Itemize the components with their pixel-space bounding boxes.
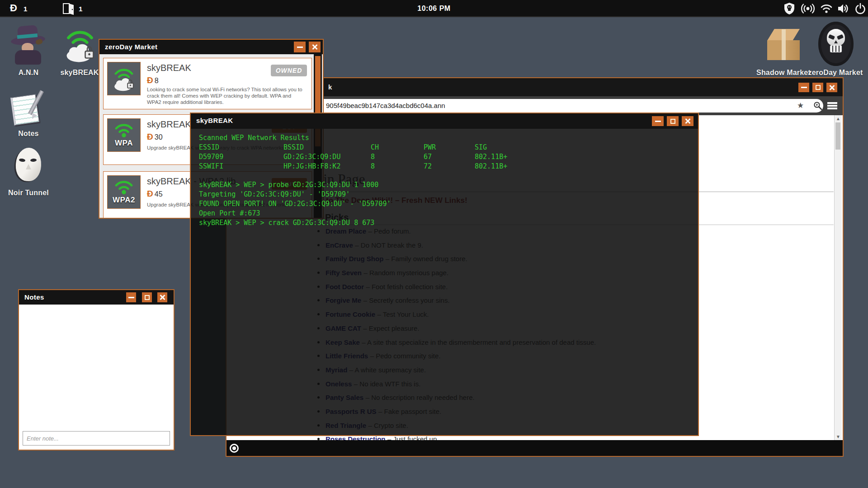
- mask-nose: [26, 164, 31, 169]
- desktop-label-noir-tunnel[interactable]: Noir Tunnel: [0, 189, 58, 197]
- scroll-up-arrow[interactable]: ▲: [835, 116, 842, 121]
- door-count: 1: [79, 5, 82, 13]
- terminal-titlebar[interactable]: skyBREAK: [191, 113, 698, 129]
- wpa2-item-icon: WPA2: [107, 175, 141, 209]
- desktop-label-zeroday-market[interactable]: zeroDay Market: [806, 69, 865, 77]
- doscoin-balance: 1: [24, 5, 27, 13]
- item-price: Đ8: [147, 75, 159, 85]
- market-close-button[interactable]: [309, 42, 321, 52]
- item-description: Looking to crack some local Wi-Fi networ…: [147, 86, 305, 105]
- network-essid: D59709: [199, 153, 223, 161]
- terminal-close-button[interactable]: [682, 116, 693, 126]
- network-bssid: GD:2G:3C:Q9:DU: [283, 153, 340, 161]
- market-item-skybreak: skyBREAK Đ8 Looking to crack some local …: [103, 58, 312, 109]
- skybreak-cloud-wifi-lock-icon: [61, 26, 99, 63]
- terminal-maximize-button[interactable]: [667, 116, 679, 126]
- market-titlebar[interactable]: zeroDay Market: [99, 40, 323, 54]
- shield-skull-icon[interactable]: [783, 2, 795, 17]
- doscoin-icon: Đ: [10, 2, 17, 14]
- desktop-icon-ann[interactable]: [9, 24, 47, 67]
- terminal-output: Scanned WEP Network Results ESSID BSSID …: [191, 129, 698, 435]
- notes-window-title: Notes: [24, 293, 44, 301]
- network-bssid: HP:JG:HB:F8:K2: [283, 162, 340, 170]
- browser-title: k: [328, 83, 332, 91]
- owned-badge: OWNED: [271, 65, 307, 76]
- system-top-bar: Đ 1 1 10:06 PM: [0, 0, 868, 17]
- desktop-icon-shadow-market[interactable]: [764, 27, 803, 62]
- wpa2-icon-label: WPA2: [113, 196, 135, 205]
- desktop-label-notes[interactable]: Notes: [0, 130, 58, 138]
- search-icon[interactable]: [813, 101, 822, 113]
- url-text: 905f49beac9b147ca3d4acbd6c04a.ann: [326, 102, 445, 109]
- volume-icon[interactable]: [837, 3, 850, 16]
- market-window-title: zeroDay Market: [105, 43, 157, 51]
- bookmark-star-icon[interactable]: ★: [797, 101, 804, 110]
- notes-window: Notes: [18, 289, 175, 450]
- wifi-icon[interactable]: [820, 3, 833, 16]
- browser-maximize-button[interactable]: [812, 83, 823, 92]
- wpa-item-icon: WPA: [107, 118, 141, 152]
- wpa-icon-label: WPA: [115, 139, 133, 148]
- terminal-window: skyBREAK Scanned WEP Network Results ESS…: [190, 113, 699, 436]
- clock: 10:06 PM: [410, 5, 458, 13]
- terminal-response: FOUND OPEN PORT! ON 'GD:2G:3C:Q9:DU' - '…: [199, 200, 391, 208]
- terminal-minimize-button[interactable]: [652, 116, 664, 126]
- coin-icon: Đ: [147, 189, 153, 198]
- browser-scrollbar[interactable]: ▲ ▼: [834, 115, 842, 440]
- terminal-window-title: skyBREAK: [196, 117, 233, 124]
- power-icon[interactable]: [854, 3, 866, 16]
- item-price: Đ45: [147, 189, 163, 199]
- market-minimize-button[interactable]: [294, 42, 306, 52]
- coin-icon: Đ: [147, 75, 153, 85]
- terminal-command: skyBREAK > WEP > crack GD:2G:3C:Q9:DU 8 …: [199, 219, 374, 227]
- desktop-label-shadow-market[interactable]: Shadow Market: [754, 69, 813, 77]
- broadcast-icon[interactable]: [801, 2, 815, 17]
- note-input[interactable]: [23, 431, 170, 446]
- ann-coat: [15, 50, 41, 65]
- coin-icon: Đ: [147, 132, 153, 141]
- desktop-label-ann[interactable]: A.N.N: [0, 69, 58, 77]
- notes-close-button[interactable]: [157, 292, 167, 302]
- record-indicator-icon: [230, 444, 239, 453]
- item-title: skyBREAK: [147, 63, 191, 73]
- skybreak-item-icon: [107, 62, 141, 95]
- skull-teeth: [830, 46, 842, 52]
- desktop-icon-skybreak[interactable]: [61, 26, 99, 65]
- notes-titlebar[interactable]: Notes: [19, 290, 174, 305]
- notes-minimize-button[interactable]: [126, 292, 136, 302]
- desktop-icon-notes[interactable]: [10, 90, 47, 129]
- desktop-icon-noir-tunnel[interactable]: [15, 147, 44, 183]
- url-input[interactable]: 905f49beac9b147ca3d4acbd6c04a.ann ★: [240, 99, 823, 113]
- box-tape: [782, 29, 786, 60]
- network-essid: SSWIFI: [199, 162, 223, 170]
- browser-status-bar: [226, 440, 843, 456]
- terminal-response: Open Port #:673: [199, 209, 260, 217]
- scroll-down-arrow[interactable]: ▼: [835, 434, 842, 439]
- scroll-thumb[interactable]: [835, 122, 840, 150]
- door-icon: [62, 2, 76, 17]
- terminal-scan-title: Scanned WEP Network Results: [199, 134, 309, 142]
- terminal-response: Targeting 'GD:2G:3C:Q9:DU' - 'D59709': [199, 190, 350, 198]
- notes-maximize-button[interactable]: [142, 292, 152, 302]
- browser-minimize-button[interactable]: [798, 83, 809, 92]
- desktop-icon-zeroday-market[interactable]: [818, 22, 854, 66]
- terminal-command: skyBREAK > WEP > probe GD:2G:3C:Q9:DU 1 …: [199, 181, 378, 189]
- browser-close-button[interactable]: [826, 83, 837, 92]
- menu-hamburger-icon[interactable]: [827, 102, 837, 109]
- item-price: Đ30: [147, 132, 163, 142]
